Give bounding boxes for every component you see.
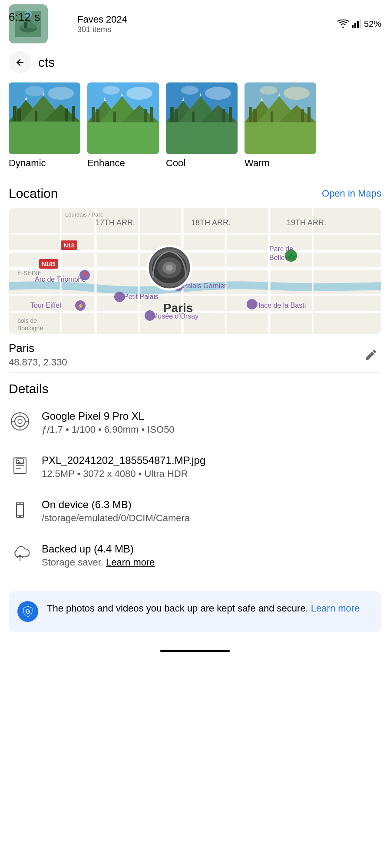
album-title: Faves 2024 bbox=[77, 14, 127, 25]
svg-rect-14 bbox=[13, 106, 17, 122]
svg-point-134 bbox=[19, 516, 21, 517]
camera-detail-text: Google Pixel 9 Pro XL ƒ/1.7 • 1/100 • 6.… bbox=[42, 410, 175, 435]
edit-location-button[interactable] bbox=[360, 345, 381, 365]
svg-text:E-SEINE: E-SEINE bbox=[17, 270, 42, 276]
svg-point-135 bbox=[20, 503, 21, 504]
wifi-icon bbox=[337, 20, 349, 28]
svg-point-115 bbox=[166, 265, 173, 271]
svg-rect-6 bbox=[354, 23, 356, 28]
filter-dynamic[interactable]: Dynamic bbox=[9, 82, 80, 169]
status-icons: 52% bbox=[337, 19, 381, 29]
backup-description: Storage saver. Learn more bbox=[42, 557, 155, 568]
svg-rect-24 bbox=[87, 122, 159, 154]
location-city: Paris bbox=[9, 342, 67, 355]
svg-text:Palais Garnier: Palais Garnier bbox=[182, 282, 227, 289]
svg-text:📍: 📍 bbox=[81, 272, 89, 279]
svg-rect-10 bbox=[9, 122, 80, 154]
top-nav: cts bbox=[0, 47, 390, 78]
svg-marker-130 bbox=[17, 461, 23, 464]
backup-detail-text: Backed up (4.4 MB) Storage saver. Learn … bbox=[42, 543, 155, 568]
map-svg: N13 N185 17TH ARR. 18TH ARR. 19TH ARR. A… bbox=[9, 208, 381, 334]
back-button[interactable] bbox=[9, 51, 31, 74]
svg-text:Arc de Triomphe: Arc de Triomphe bbox=[35, 276, 86, 283]
status-right: 52% bbox=[337, 19, 381, 29]
svg-point-118 bbox=[15, 416, 25, 427]
cloud-icon bbox=[9, 543, 31, 566]
svg-point-129 bbox=[17, 460, 19, 461]
edit-icon bbox=[364, 348, 378, 362]
camera-device: Google Pixel 9 Pro XL bbox=[42, 410, 175, 422]
svg-rect-18 bbox=[72, 106, 75, 122]
filter-thumb-dynamic bbox=[9, 82, 80, 154]
file-icon bbox=[9, 454, 31, 477]
svg-rect-51 bbox=[166, 82, 238, 154]
filters-section: Dynamic bbox=[0, 78, 390, 178]
svg-point-119 bbox=[18, 419, 22, 424]
backup-learn-more[interactable]: Learn more bbox=[106, 557, 155, 568]
album-info: Faves 2024 301 items bbox=[77, 14, 127, 34]
svg-text:N13: N13 bbox=[64, 242, 74, 249]
svg-rect-66 bbox=[245, 82, 316, 154]
svg-text:Petit Palais: Petit Palais bbox=[124, 293, 159, 300]
storage-detail-text: On device (6.3 MB) /storage/emulated/0/D… bbox=[42, 499, 190, 524]
location-header: Location Open in Maps bbox=[9, 186, 381, 201]
svg-rect-31 bbox=[144, 109, 147, 122]
back-icon bbox=[15, 57, 25, 68]
filter-enhance[interactable]: Enhance bbox=[87, 82, 159, 169]
shield-g-icon: G bbox=[22, 605, 34, 618]
svg-text:🌲: 🌲 bbox=[288, 252, 295, 260]
open-maps-link[interactable]: Open in Maps bbox=[322, 188, 381, 199]
svg-text:Lourdais / Parc: Lourdais / Parc bbox=[65, 211, 103, 218]
svg-text:Paris: Paris bbox=[163, 301, 193, 315]
svg-point-20 bbox=[25, 86, 44, 96]
time-display: 6:12 S bbox=[9, 10, 40, 24]
location-text: Paris 48.873, 2.330 bbox=[9, 342, 67, 368]
svg-text:17TH ARR.: 17TH ARR. bbox=[96, 218, 135, 227]
svg-point-34 bbox=[102, 86, 120, 95]
svg-text:18TH ARR.: 18TH ARR. bbox=[191, 218, 231, 227]
details-section: Details Google Pixel 9 Pro XL ƒ/1.7 • 1/… bbox=[0, 373, 390, 586]
filter-cool[interactable]: Cool bbox=[166, 82, 238, 169]
svg-point-106 bbox=[145, 310, 155, 321]
storage-detail-row: On device (6.3 MB) /storage/emulated/0/D… bbox=[9, 489, 381, 533]
filter-label-warm: Warm bbox=[245, 158, 270, 169]
security-banner: G The photos and videos you back up are … bbox=[9, 591, 381, 632]
svg-rect-7 bbox=[357, 21, 359, 28]
svg-text:⚡: ⚡ bbox=[77, 302, 84, 309]
sim-indicator: S bbox=[34, 13, 40, 23]
device-icon bbox=[9, 499, 31, 521]
svg-rect-32 bbox=[150, 107, 153, 122]
svg-rect-8 bbox=[360, 20, 361, 28]
filter-label-enhance: Enhance bbox=[87, 158, 125, 169]
file-detail-row: PXL_20241202_185554871.MP.jpg 12.5MP • 3… bbox=[9, 445, 381, 489]
page-title: cts bbox=[38, 55, 55, 70]
album-count: 301 items bbox=[77, 25, 127, 34]
svg-rect-15 bbox=[17, 108, 21, 122]
bottom-indicator bbox=[0, 641, 390, 659]
svg-text:Place de la Basti: Place de la Basti bbox=[254, 302, 306, 309]
svg-rect-17 bbox=[65, 108, 68, 122]
battery-indicator: 52% bbox=[364, 19, 381, 29]
svg-rect-28 bbox=[92, 107, 95, 122]
svg-rect-30 bbox=[113, 112, 116, 122]
security-learn-more[interactable]: Learn more bbox=[311, 603, 360, 614]
map-container[interactable]: N13 N185 17TH ARR. 18TH ARR. 19TH ARR. A… bbox=[9, 208, 381, 334]
details-title: Details bbox=[9, 381, 381, 396]
filter-label-dynamic: Dynamic bbox=[9, 158, 46, 169]
location-details: Paris 48.873, 2.330 bbox=[9, 334, 381, 372]
filter-label-cool: Cool bbox=[166, 158, 185, 169]
filter-warm[interactable]: Warm bbox=[245, 82, 316, 169]
security-text: The photos and videos you back up are ke… bbox=[47, 601, 360, 615]
svg-text:Boulogne: Boulogne bbox=[17, 325, 43, 332]
storage-path: /storage/emulated/0/DCIM/Camera bbox=[42, 513, 190, 524]
backup-label: Backed up (4.4 MB) bbox=[42, 543, 155, 555]
svg-point-33 bbox=[126, 87, 152, 100]
svg-text:bois de: bois de bbox=[17, 317, 37, 324]
filter-thumb-cool bbox=[166, 82, 238, 154]
file-specs: 12.5MP • 3072 x 4080 • Ultra HDR bbox=[42, 468, 205, 480]
svg-text:19TH ARR.: 19TH ARR. bbox=[287, 218, 326, 227]
svg-rect-5 bbox=[352, 25, 354, 28]
svg-point-104 bbox=[114, 292, 125, 302]
svg-rect-16 bbox=[35, 111, 37, 122]
filter-thumb-warm bbox=[245, 82, 316, 154]
